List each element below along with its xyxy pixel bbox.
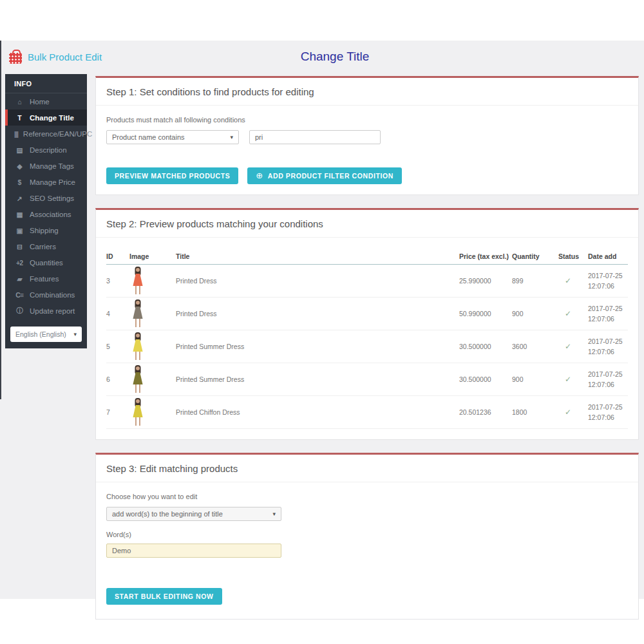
tag-icon: ◆ bbox=[14, 162, 24, 170]
cell-image bbox=[129, 363, 176, 395]
step1-buttons: PREVIEW MATCHED PRODUCTS ⊕ ADD PRODUCT F… bbox=[106, 167, 628, 184]
sidebar-item-label: Shipping bbox=[30, 227, 59, 234]
app-title: Bulk Product Edit bbox=[28, 52, 102, 62]
combinations-icon: C≡ bbox=[14, 291, 24, 299]
col-header-date-add: Date add bbox=[588, 252, 628, 260]
cell-status: ✓ bbox=[558, 408, 588, 417]
cell-quantity: 900 bbox=[512, 375, 558, 383]
cell-id: 4 bbox=[106, 310, 129, 317]
features-icon: ▰ bbox=[14, 275, 24, 283]
sidebar-item-label: SEO Settings bbox=[30, 194, 74, 202]
cell-price: 25.990000 bbox=[459, 277, 512, 285]
sidebar-item-label: Manage Tags bbox=[30, 162, 74, 170]
sidebar-item-manage-tags[interactable]: ◆ Manage Tags bbox=[5, 158, 87, 174]
grid-icon: ▦ bbox=[14, 211, 24, 218]
sidebar-item-label: Quantities bbox=[30, 259, 63, 267]
table-row: 7 Printed Chiffon Dress bbox=[106, 396, 628, 429]
product-thumbnail bbox=[129, 299, 146, 328]
sidebar-item-shipping[interactable]: ▣ Shipping bbox=[5, 222, 87, 238]
home-icon: ⌂ bbox=[14, 98, 24, 106]
sidebar-item-carriers[interactable]: ⊟ Carriers bbox=[5, 238, 87, 254]
sidebar-item-update-report[interactable]: ⓘ Update report bbox=[5, 303, 87, 319]
cell-image bbox=[129, 330, 176, 363]
cell-status: ✓ bbox=[558, 375, 588, 384]
model-dress bbox=[132, 307, 144, 319]
table-header-row: ID Image Title Price (tax excl.) Quantit… bbox=[106, 249, 628, 265]
condition-type-select-value: Product name contains bbox=[112, 133, 185, 141]
sidebar-item-manage-price[interactable]: $ Manage Price bbox=[5, 174, 87, 190]
sidebar-item-seo-settings[interactable]: ↗ SEO Settings bbox=[5, 190, 87, 206]
sidebar-item-features[interactable]: ▰ Features bbox=[5, 270, 87, 287]
words-input[interactable] bbox=[106, 544, 281, 558]
cell-quantity: 1800 bbox=[512, 408, 558, 416]
cell-status: ✓ bbox=[558, 309, 588, 318]
edit-mode-select[interactable]: add word(s) to the beginning of title ▾ bbox=[106, 507, 281, 521]
model-head bbox=[136, 334, 140, 337]
condition-row: Product name contains ▾ bbox=[106, 130, 628, 144]
cell-id: 6 bbox=[106, 375, 129, 383]
sidebar-item-label: Combinations bbox=[30, 291, 75, 299]
table-row: 6 Printed Summer Dress bbox=[106, 363, 628, 396]
check-icon: ✓ bbox=[565, 342, 571, 351]
start-bulk-editing-button[interactable]: START BULK EDITING NOW bbox=[106, 588, 222, 605]
col-header-id: ID bbox=[106, 252, 129, 260]
edit-mode-select-value: add word(s) to the beginning of title bbox=[112, 510, 223, 518]
check-icon: ✓ bbox=[565, 309, 571, 318]
add-product-filter-condition-label: ADD PRODUCT FILTER CONDITION bbox=[268, 172, 393, 180]
step3-panel: Step 3: Edit matching products Choose ho… bbox=[95, 453, 639, 620]
sidebar-item-combinations[interactable]: C≡ Combinations bbox=[5, 287, 87, 303]
step1-title: Step 1: Set conditions to find products … bbox=[96, 78, 638, 106]
col-header-image: Image bbox=[129, 252, 176, 260]
shopping-bag-logo-icon bbox=[9, 53, 22, 64]
col-header-status: Status bbox=[558, 252, 588, 260]
cell-quantity: 899 bbox=[512, 277, 558, 285]
sidebar-item-label: Manage Price bbox=[30, 178, 75, 186]
sidebar-item-label: Features bbox=[30, 275, 59, 283]
model-dress bbox=[132, 405, 144, 417]
cell-title: Printed Summer Dress bbox=[176, 375, 459, 383]
left-edge-line bbox=[0, 41, 1, 399]
sidebar-item-reference-ean-upc[interactable]: ||| Reference/EAN/UPC bbox=[5, 126, 87, 142]
model-head bbox=[136, 399, 140, 403]
cell-price: 50.990000 bbox=[459, 310, 512, 317]
sidebar-item-label: Associations bbox=[30, 211, 71, 218]
cell-quantity: 3600 bbox=[512, 343, 558, 350]
cell-image bbox=[129, 265, 176, 297]
model-legs bbox=[135, 417, 140, 426]
main-content: Step 1: Set conditions to find products … bbox=[95, 76, 639, 632]
language-select[interactable]: English (English) ▾ bbox=[10, 327, 82, 342]
sidebar-item-label: Reference/EAN/UPC bbox=[23, 130, 92, 138]
page: Change Title Bulk Product Edit INFO ⌂ Ho… bbox=[0, 0, 644, 644]
cell-date-add: 2017-07-25 12:07:06 bbox=[588, 270, 628, 292]
package-icon: ▣ bbox=[14, 227, 24, 234]
sidebar-section-label: INFO bbox=[5, 74, 87, 93]
condition-value-input[interactable] bbox=[249, 130, 381, 144]
cell-title: Printed Chiffon Dress bbox=[176, 408, 459, 416]
table-row: 5 Printed Summer Dress bbox=[106, 330, 628, 363]
dollar-icon: $ bbox=[14, 178, 24, 186]
sidebar-item-associations[interactable]: ▦ Associations bbox=[5, 206, 87, 222]
model-dress bbox=[132, 372, 144, 384]
cell-price: 30.500000 bbox=[459, 375, 512, 383]
condition-type-select[interactable]: Product name contains ▾ bbox=[106, 130, 239, 144]
check-icon: ✓ bbox=[565, 276, 571, 285]
col-header-title: Title bbox=[176, 252, 459, 260]
add-product-filter-condition-button[interactable]: ⊕ ADD PRODUCT FILTER CONDITION bbox=[247, 167, 402, 184]
brand: Bulk Product Edit bbox=[9, 50, 102, 64]
cell-price: 30.500000 bbox=[459, 343, 512, 350]
cell-id: 3 bbox=[106, 277, 129, 285]
cell-date-add: 2017-07-25 12:07:06 bbox=[588, 303, 628, 325]
model-legs bbox=[135, 352, 140, 360]
sidebar-item-quantities[interactable]: +2 Quantities bbox=[5, 254, 87, 270]
product-thumbnail bbox=[129, 267, 146, 295]
cell-title: Printed Dress bbox=[176, 310, 459, 317]
sidebar-item-description[interactable]: ▤ Description bbox=[5, 142, 87, 158]
preview-matched-products-button[interactable]: PREVIEW MATCHED PRODUCTS bbox=[106, 167, 238, 184]
sidebar-item-change-title[interactable]: T Change Title bbox=[5, 109, 87, 126]
cell-date-add: 2017-07-25 12:07:06 bbox=[588, 369, 628, 390]
cell-title: Printed Summer Dress bbox=[176, 343, 459, 350]
col-header-quantity: Quantity bbox=[512, 252, 558, 260]
cell-title: Printed Dress bbox=[176, 277, 459, 285]
sidebar: INFO ⌂ Home T Change Title ||| Reference… bbox=[5, 74, 87, 348]
sidebar-item-home[interactable]: ⌂ Home bbox=[5, 93, 87, 109]
